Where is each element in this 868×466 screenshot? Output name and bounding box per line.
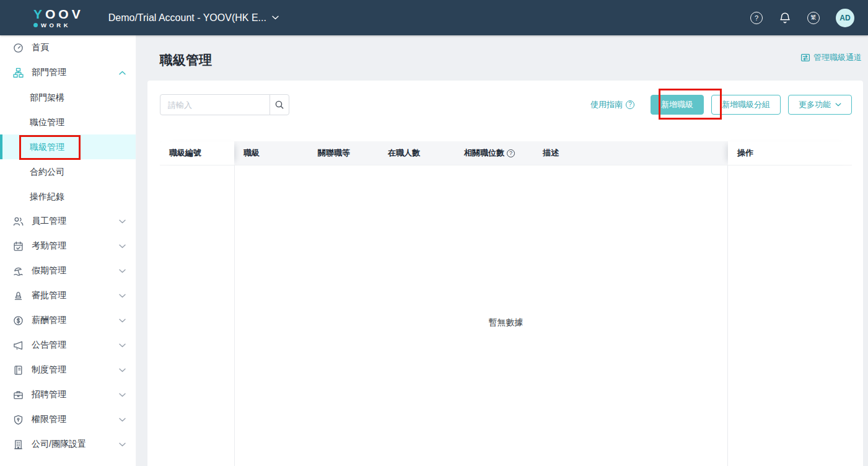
- chevron-down-icon: [119, 244, 126, 248]
- sidebar-item-department-management[interactable]: 部門管理: [0, 60, 136, 85]
- usage-guide-link[interactable]: 使用指南 ?: [590, 99, 634, 110]
- column-header-rank: 職級: [234, 141, 309, 165]
- column-header-rank-code: 職級編號: [160, 141, 234, 165]
- sidebar-item-label: 考勤管理: [32, 240, 66, 252]
- sidebar-item-employee-management[interactable]: 員工管理: [0, 209, 136, 234]
- search-icon: [274, 100, 284, 110]
- column-header-linked-grade: 關聯職等: [309, 141, 379, 165]
- dollar-circle-icon: [12, 315, 24, 326]
- sidebar-item-label: 部門管理: [32, 67, 66, 78]
- language-icon[interactable]: 繁: [807, 12, 820, 24]
- chevron-down-icon: [119, 442, 126, 447]
- search-box: [160, 94, 289, 115]
- building-icon: [12, 439, 24, 450]
- sidebar-item-label: 公司/團隊設置: [32, 439, 86, 450]
- chevron-down-icon: [119, 393, 126, 397]
- column-header-actions: 操作: [728, 141, 852, 165]
- sidebar-item-label: 首頁: [32, 42, 49, 53]
- people-icon: [12, 216, 24, 227]
- yoov-logo: YOOV WORK: [33, 7, 84, 29]
- table-body: 暫無數據: [160, 165, 852, 466]
- sidebar: 首頁 部門管理 部門架構 職位管理 職級管理 合約公司 操作紀錄 員工管理 考勤…: [0, 35, 136, 466]
- sidebar-item-label: 權限管理: [32, 414, 66, 425]
- chevron-up-icon: [119, 71, 126, 75]
- policy-book-icon: [12, 364, 24, 376]
- sidebar-item-label: 招聘管理: [32, 389, 66, 400]
- dashboard-icon: [12, 42, 24, 53]
- empty-state-text: 暫無數據: [160, 317, 852, 328]
- avatar[interactable]: AD: [836, 9, 854, 27]
- help-icon[interactable]: ?: [750, 12, 763, 24]
- manage-channel-icon: [800, 53, 810, 63]
- question-circle-icon: ?: [626, 100, 634, 109]
- chevron-down-icon: [119, 343, 126, 348]
- fixed-column-divider-right: [727, 165, 728, 466]
- sidebar-item-label: 制度管理: [32, 364, 66, 376]
- page-title: 職級管理: [160, 51, 212, 69]
- sidebar-item-recruitment-management[interactable]: 招聘管理: [0, 382, 136, 407]
- beach-umbrella-icon: [12, 265, 24, 276]
- column-header-related-positions: 相關職位數 ?: [455, 141, 533, 165]
- chevron-down-icon: [272, 15, 279, 20]
- org-chart-icon: [12, 67, 24, 78]
- logo-dot-icon: [33, 23, 38, 27]
- sidebar-item-policy-management[interactable]: 制度管理: [0, 358, 136, 382]
- manage-rank-channel-link[interactable]: 管理職級通道: [800, 52, 862, 63]
- content-card: 使用指南 ? 新增職級 新增職級分組 更多功能 職級編號 職級 關聯職等 在職人…: [147, 81, 863, 466]
- chevron-down-icon: [835, 103, 841, 107]
- fixed-column-divider-left: [234, 165, 235, 466]
- search-input[interactable]: [160, 94, 270, 115]
- rank-table: 職級編號 職級 關聯職等 在職人數 相關職位數 ? 描述 操作 暫無數據: [160, 141, 852, 466]
- yoov-logo-text: YOOV: [33, 7, 84, 20]
- chevron-down-icon: [119, 219, 126, 224]
- sidebar-item-permission-management[interactable]: 權限管理: [0, 407, 136, 432]
- sidebar-item-leave-management[interactable]: 假期管理: [0, 258, 136, 283]
- sidebar-item-label: 薪酬管理: [32, 315, 66, 326]
- sidebar-item-payroll-management[interactable]: 薪酬管理: [0, 308, 136, 333]
- topbar: YOOV WORK Demo/Trial Account - YOOV(HK E…: [0, 0, 868, 35]
- sidebar-item-label: 員工管理: [32, 216, 66, 227]
- sidebar-item-label: 審批管理: [32, 290, 66, 301]
- sidebar-item-company-team-settings[interactable]: 公司/團隊設置: [0, 432, 136, 457]
- shield-key-icon: [12, 414, 24, 425]
- notification-bell-icon[interactable]: [779, 12, 791, 24]
- megaphone-icon: [12, 340, 24, 351]
- sidebar-item-label: 公告管理: [32, 340, 66, 351]
- sidebar-subitem-operation-log[interactable]: 操作紀錄: [0, 184, 136, 209]
- sidebar-item-attendance-management[interactable]: 考勤管理: [0, 234, 136, 258]
- chevron-down-icon: [119, 319, 126, 323]
- chevron-down-icon: [119, 294, 126, 298]
- sidebar-subitem-position-management[interactable]: 職位管理: [0, 110, 136, 134]
- sidebar-subitem-department-structure[interactable]: 部門架構: [0, 85, 136, 110]
- table-header-row: 職級編號 職級 關聯職等 在職人數 相關職位數 ? 描述 操作: [160, 141, 852, 165]
- info-circle-icon[interactable]: ?: [507, 149, 515, 157]
- sidebar-subitem-contract-company[interactable]: 合約公司: [0, 159, 136, 184]
- stamp-icon: [12, 290, 24, 301]
- sidebar-subitem-rank-management[interactable]: 職級管理: [0, 134, 136, 159]
- sidebar-item-home[interactable]: 首頁: [0, 35, 136, 60]
- add-rank-button[interactable]: 新增職級: [651, 95, 704, 115]
- chevron-down-icon: [119, 418, 126, 422]
- sidebar-item-announcement-management[interactable]: 公告管理: [0, 333, 136, 358]
- column-header-description: 描述: [533, 141, 728, 165]
- column-header-headcount: 在職人數: [379, 141, 455, 165]
- add-rank-group-button[interactable]: 新增職級分組: [711, 95, 781, 115]
- search-button[interactable]: [270, 94, 289, 115]
- briefcase-icon: [12, 389, 24, 400]
- account-title: Demo/Trial Account - YOOV(HK E...: [108, 12, 266, 24]
- account-switcher[interactable]: Demo/Trial Account - YOOV(HK E...: [108, 12, 279, 24]
- chevron-down-icon: [119, 368, 126, 372]
- sidebar-item-approval-management[interactable]: 審批管理: [0, 283, 136, 308]
- sidebar-item-label: 假期管理: [32, 265, 66, 276]
- calendar-check-icon: [12, 240, 24, 252]
- chevron-down-icon: [119, 269, 126, 273]
- more-functions-button[interactable]: 更多功能: [788, 95, 852, 115]
- main-content: 職級管理 管理職級通道 使用指南 ? 新增職級 新增職級分組 更多功能: [136, 35, 868, 466]
